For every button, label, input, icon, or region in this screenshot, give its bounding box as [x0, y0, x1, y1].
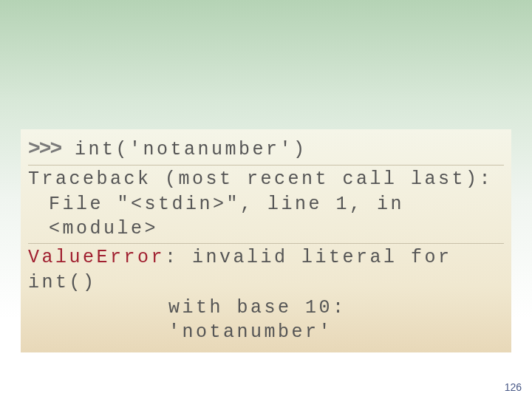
page-number: 126 — [505, 381, 522, 393]
traceback-line-1: Traceback (most recent call last): — [28, 167, 504, 192]
traceback-line-2: File "<stdin>", line 1, in <module> — [28, 192, 504, 245]
error-name: ValueError — [28, 247, 165, 268]
code-input-line: >>> int('notanumber') — [28, 135, 504, 166]
traceback-file: File "<stdin>", line 1, in <module> — [28, 192, 504, 242]
error-line-2: with base 10: 'notanumber' — [28, 296, 504, 346]
prompt-icon: >>> — [28, 135, 61, 163]
error-line-1: ValueError: invalid literal for int() — [28, 245, 504, 296]
code-block: >>> int('notanumber') Traceback (most re… — [21, 129, 511, 352]
code-input: int('notanumber') — [61, 139, 307, 160]
